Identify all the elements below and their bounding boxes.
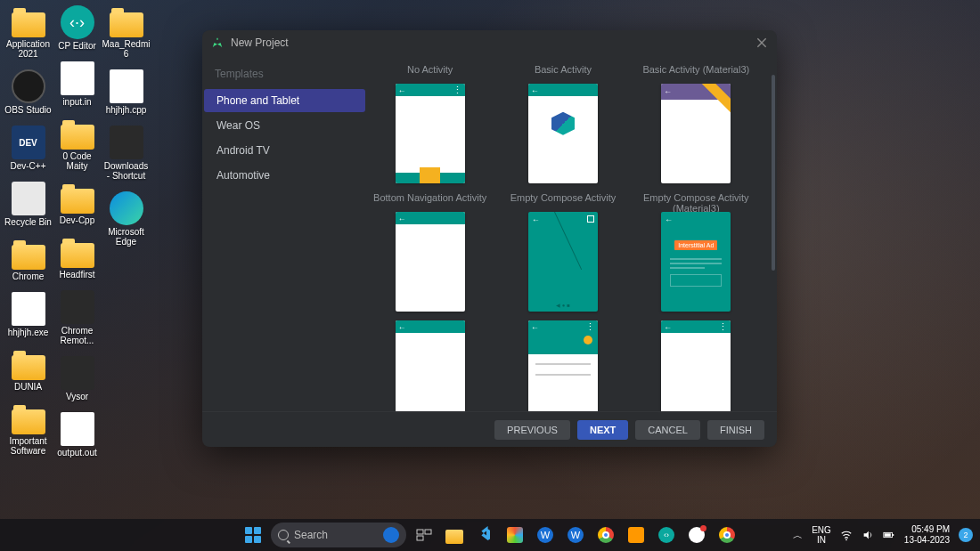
desktop-icon[interactable]: Downloads - Shortcut <box>102 126 151 181</box>
volume-icon[interactable] <box>862 529 874 541</box>
clock[interactable]: 05:49 PM 13-04-2023 <box>904 524 950 546</box>
dialog-titlebar: New Project <box>202 30 777 55</box>
system-tray: ︿ ENG IN 05:49 PM 13-04-2023 2 <box>793 524 973 546</box>
desktop-icon-label: 0 Code Maity <box>53 151 102 171</box>
dialog-footer: PREVIOUS NEXT CANCEL FINISH <box>202 411 777 447</box>
sidebar-item[interactable]: Phone and Tablet <box>204 89 365 112</box>
previous-button[interactable]: PREVIOUS <box>494 420 570 440</box>
language-indicator[interactable]: ENG IN <box>812 525 831 545</box>
tray-overflow-icon[interactable]: ︿ <box>793 529 803 542</box>
desktop-icon-label: Chrome Remot... <box>53 326 102 345</box>
taskbar: Search W W ‹› ︿ ENG IN 05:49 PM 13-04-20… <box>0 519 980 551</box>
desktop-icon[interactable]: hhjhjh.exe <box>4 292 53 337</box>
desktop-icon[interactable]: Chrome Remot... <box>53 290 102 345</box>
dialog-sidebar: Templates Phone and TabletWear OSAndroid… <box>202 55 367 411</box>
task-view-icon[interactable] <box>412 523 437 547</box>
chrome-icon-2[interactable] <box>715 523 739 547</box>
desktop-icons: Application 2021OBS StudioDEVDev-C++Recy… <box>4 5 151 504</box>
cp-editor-icon[interactable]: ‹› <box>654 523 679 547</box>
desktop-icon-label: hhjhjh.cpp <box>102 105 151 115</box>
template-item[interactable]: ←⋮• • • • •Google AdMob Ads Activity <box>633 320 759 411</box>
desktop-icon-label: Application 2021 <box>4 39 53 59</box>
finish-button[interactable]: FINISH <box>707 420 764 440</box>
desktop-icon[interactable]: Chrome <box>4 238 53 281</box>
file-explorer-icon[interactable] <box>442 523 467 547</box>
svg-rect-2 <box>417 536 423 540</box>
desktop-icon[interactable]: Recycle Bin <box>4 182 53 227</box>
svg-rect-6 <box>885 533 891 537</box>
svg-point-3 <box>845 539 847 540</box>
svg-rect-1 <box>425 530 431 534</box>
app-icon-2[interactable]: W <box>533 523 558 547</box>
template-item[interactable]: ←Empty Activity <box>367 320 493 411</box>
desktop-icon-label: Vysor <box>53 392 102 401</box>
template-item[interactable]: Empty Compose Activity←◀ ● ■ <box>500 192 625 312</box>
template-item[interactable]: Empty Compose Activity (Material3)←Inter… <box>633 192 759 312</box>
desktop-icon-label: Dev-Cpp <box>53 215 102 225</box>
desktop-icon-label: Dev-C++ <box>4 161 53 171</box>
desktop-icon[interactable]: input.in <box>53 61 102 107</box>
desktop-icon[interactable]: DUNIA <box>4 348 53 392</box>
template-label: No Activity <box>367 64 493 77</box>
desktop-icon-label: Downloads - Shortcut <box>102 161 151 181</box>
desktop-icon[interactable]: Vysor <box>53 356 102 401</box>
app-icon-3[interactable]: W <box>563 523 588 547</box>
desktop-icon[interactable]: OBS Studio <box>4 69 53 115</box>
desktop-icon[interactable]: hhjhjh.cpp <box>102 69 151 115</box>
sublime-icon[interactable] <box>624 523 649 547</box>
search-icon <box>278 530 289 540</box>
desktop-icon[interactable]: ‹·›CP Editor <box>53 5 102 51</box>
close-icon[interactable] <box>755 36 768 49</box>
desktop-icon-label: input.in <box>53 97 102 107</box>
desktop-icon[interactable]: Important Software <box>4 402 53 456</box>
desktop-icon[interactable]: output.out <box>53 412 102 458</box>
desktop-icon-label: Maa_Redmi6 <box>102 39 151 59</box>
template-item[interactable]: Basic Activity (Material3)← <box>633 64 759 183</box>
notification-badge[interactable]: 2 <box>959 528 973 542</box>
template-item[interactable]: ←⋮Fullscreen Activity <box>500 320 625 411</box>
vscode-icon[interactable] <box>472 523 497 547</box>
desktop-icon[interactable]: Maa_Redmi6 <box>102 5 151 59</box>
taskbar-search[interactable]: Search <box>271 523 406 547</box>
template-label: Empty Compose Activity <box>500 192 625 205</box>
templates-panel: No Activity←⋮Basic Activity←Basic Activi… <box>367 55 777 411</box>
new-project-dialog: New Project Templates Phone and TabletWe… <box>202 30 777 447</box>
desktop-icon[interactable]: Application 2021 <box>4 5 53 59</box>
desktop-icon[interactable]: Headfirst <box>53 236 102 280</box>
desktop-icon[interactable]: Dev-Cpp <box>53 182 102 225</box>
start-button[interactable] <box>241 523 265 547</box>
template-label: Bottom Navigation Activity <box>367 192 493 205</box>
desktop-icon-label: hhjhjh.exe <box>4 328 53 337</box>
sidebar-item[interactable]: Wear OS <box>204 114 365 137</box>
cancel-button[interactable]: CANCEL <box>635 420 700 440</box>
sidebar-item[interactable]: Automotive <box>204 164 365 187</box>
app-icon-4[interactable] <box>684 523 709 547</box>
svg-rect-5 <box>892 534 894 536</box>
desktop-icon-label: Important Software <box>4 436 53 456</box>
desktop-icon[interactable]: DEVDev-C++ <box>4 126 53 171</box>
desktop-icon[interactable]: Microsoft Edge <box>102 191 151 247</box>
search-placeholder: Search <box>294 529 328 541</box>
next-button[interactable]: NEXT <box>577 420 628 440</box>
template-item[interactable]: Bottom Navigation Activity← <box>367 192 493 312</box>
desktop-icon[interactable]: 0 Code Maity <box>53 117 102 171</box>
app-icon-1[interactable] <box>502 523 527 547</box>
desktop-icon-label: OBS Studio <box>4 105 53 115</box>
sidebar-item[interactable]: Android TV <box>204 139 365 162</box>
battery-icon[interactable] <box>883 529 895 541</box>
svg-rect-0 <box>417 530 423 534</box>
template-label: Basic Activity <box>500 64 625 77</box>
desktop-icon-label: Chrome <box>4 271 53 281</box>
desktop-icon-label: Microsoft Edge <box>102 227 151 247</box>
desktop-icon-label: Headfirst <box>53 270 102 280</box>
chrome-icon[interactable] <box>593 523 618 547</box>
wifi-icon[interactable] <box>840 529 853 541</box>
template-item[interactable]: No Activity←⋮ <box>367 64 493 183</box>
scrollbar[interactable] <box>772 75 775 271</box>
cortana-icon <box>383 527 399 543</box>
template-label: Basic Activity (Material3) <box>633 64 759 77</box>
desktop-icon-label: CP Editor <box>53 41 102 51</box>
template-item[interactable]: Basic Activity← <box>500 64 625 183</box>
dialog-title: New Project <box>231 36 289 49</box>
desktop-icon-label: DUNIA <box>4 382 53 392</box>
